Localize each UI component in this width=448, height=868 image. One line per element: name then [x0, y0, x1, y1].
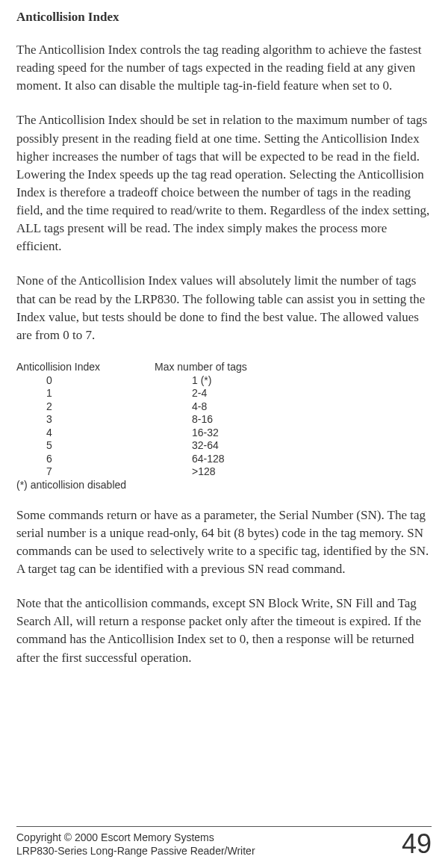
- table-header-tags: Max number of tags: [155, 361, 247, 373]
- table-row: 4 16-32: [16, 427, 432, 440]
- table-row: 7 >128: [16, 465, 432, 479]
- table-cell-index: 1: [16, 387, 192, 400]
- page-footer: Copyright © 2000 Escort Memory Systems L…: [16, 826, 432, 858]
- table-cell-tags: 16-32: [192, 427, 219, 440]
- table-cell-tags: 8-16: [192, 413, 213, 427]
- section-title: Anticollision Index: [16, 10, 432, 25]
- table-row: 0 1 (*): [16, 374, 432, 388]
- paragraph-5: Note that the anticollision commands, ex…: [16, 595, 432, 667]
- footer-product: LRP830-Series Long-Range Passive Reader/…: [16, 844, 255, 858]
- table-cell-index: 6: [16, 453, 192, 466]
- table-cell-tags: 64-128: [192, 453, 225, 466]
- table-header-index: Anticollision Index: [16, 361, 155, 373]
- table-cell-index: 2: [16, 400, 192, 414]
- table-cell-tags: 2-4: [192, 387, 207, 400]
- table-row: 2 4-8: [16, 400, 432, 414]
- table-cell-index: 5: [16, 439, 192, 453]
- table-row: 1 2-4: [16, 387, 432, 400]
- paragraph-2: The Anticollision Index should be set in…: [16, 111, 432, 255]
- table-row: 5 32-64: [16, 439, 432, 453]
- table-header-row: Anticollision Index Max number of tags: [16, 361, 432, 373]
- page-number: 49: [402, 831, 432, 858]
- table-footnote: (*) anticollision disabled: [16, 479, 432, 492]
- table-cell-tags: 1 (*): [192, 374, 211, 388]
- table-cell-index: 3: [16, 413, 192, 427]
- paragraph-4: Some commands return or have as a parame…: [16, 506, 432, 579]
- table-row: 6 64-128: [16, 453, 432, 466]
- paragraph-1: The Anticollision Index controls the tag…: [16, 41, 432, 95]
- table-cell-tags: >128: [192, 465, 216, 479]
- table-cell-tags: 32-64: [192, 439, 219, 453]
- table-cell-index: 0: [16, 374, 192, 388]
- footer-text-block: Copyright © 2000 Escort Memory Systems L…: [16, 831, 255, 858]
- table-cell-tags: 4-8: [192, 400, 207, 414]
- paragraph-3: None of the Anticollision Index values w…: [16, 272, 432, 344]
- table-row: 3 8-16: [16, 413, 432, 427]
- table-cell-index: 4: [16, 427, 192, 440]
- table-cell-index: 7: [16, 465, 192, 479]
- anticollision-table: Anticollision Index Max number of tags 0…: [16, 361, 432, 492]
- footer-copyright: Copyright © 2000 Escort Memory Systems: [16, 831, 255, 844]
